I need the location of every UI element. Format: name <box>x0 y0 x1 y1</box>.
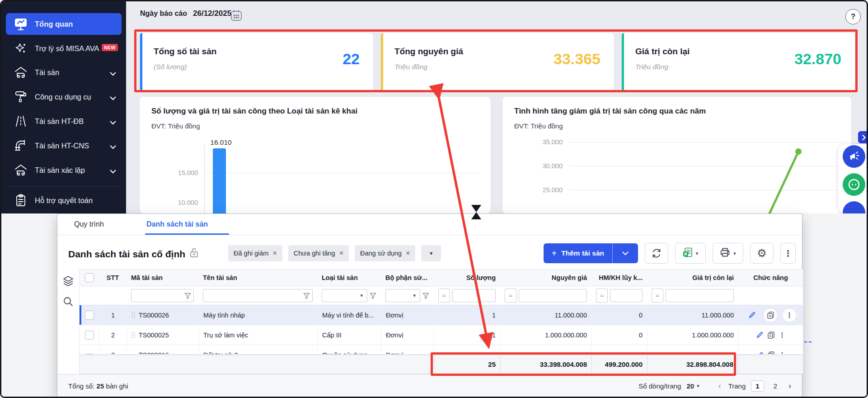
help-button[interactable]: ? <box>845 9 861 24</box>
sidebar-item-cong-cu[interactable]: Công cụ dụng cụ <box>1 86 126 108</box>
caret-down-icon: ▾ <box>697 383 699 389</box>
sparkle-icon <box>13 42 28 55</box>
col-header-code[interactable]: Mã tài sản <box>127 270 198 286</box>
sidebar-item-xac-lap[interactable]: Tài sản xác lập <box>1 159 126 181</box>
chat-button[interactable] <box>843 173 865 196</box>
col-header-remain[interactable]: Giá trị còn lại <box>647 270 738 286</box>
col-header-dept[interactable]: Bộ phận sử... <box>381 270 434 286</box>
filter-operator-dep[interactable]: = <box>596 289 608 303</box>
search-icon[interactable] <box>63 296 74 309</box>
drag-handle-icon[interactable] <box>131 312 135 318</box>
col-header-cost[interactable]: Nguyên giá <box>500 270 591 286</box>
page-1-button[interactable]: 1 <box>751 380 764 392</box>
sidebar-item-ht-db[interactable]: Tài sản HT-ĐB <box>1 110 126 132</box>
cell-code: TS000016 <box>127 345 198 355</box>
filter-input-cost[interactable] <box>519 289 587 302</box>
add-asset-button[interactable]: + Thêm tài sản <box>544 243 638 263</box>
table-side-toolbar <box>57 269 80 374</box>
filter-input-qty[interactable] <box>452 289 496 302</box>
cell-dep: 0 <box>591 305 647 325</box>
drag-handle-icon[interactable] <box>131 332 135 338</box>
cell-name: Trụ sở làm việc <box>198 325 317 345</box>
funnel-icon <box>303 293 310 299</box>
chip-label: Đã ghi giảm <box>234 250 268 257</box>
chip-chua-ghi-tang[interactable]: Chưa ghi tăng × <box>288 245 349 261</box>
megaphone-button[interactable] <box>843 145 865 168</box>
table-row[interactable]: 2 TS000025 Trụ sở làm việc Cấp III Đơnvị… <box>80 325 803 345</box>
sidebar-item-tai-san[interactable]: Tài sản <box>1 62 126 83</box>
edit-button[interactable] <box>745 308 759 322</box>
close-icon[interactable]: × <box>406 249 410 257</box>
filter-input-code[interactable] <box>131 289 194 302</box>
table-footer: Tổng số: 25 bản ghi Số dòng/trang 20 ▾ ‹… <box>57 374 802 398</box>
refresh-button[interactable] <box>645 243 668 264</box>
copy-icon[interactable] <box>768 351 774 355</box>
pipe-icon <box>13 139 28 152</box>
layers-icon[interactable] <box>63 275 74 289</box>
close-icon[interactable]: × <box>339 249 343 257</box>
kebab-icon: ⋮ <box>784 248 793 259</box>
checkbox[interactable] <box>85 273 94 282</box>
sidebar-item-misa-ava[interactable]: Trợ lý số MISA AVA NEW <box>1 38 126 59</box>
cell-type: Máy vi tính để b... <box>317 305 381 325</box>
tab-danh-sach-tai-san[interactable]: Danh sách tài sản <box>146 214 208 235</box>
filter-input-dep[interactable] <box>610 289 643 302</box>
page-next-button[interactable]: › <box>787 381 793 391</box>
row-checkbox[interactable] <box>85 331 94 340</box>
row-checkbox[interactable] <box>85 311 94 320</box>
rows-per-page-select[interactable]: 20 ▾ <box>686 382 699 390</box>
kebab-icon[interactable]: ⋮ <box>779 331 786 339</box>
screenshot-root: Tổng quan Trợ lý số MISA AVA NEW Tài sản… <box>0 0 868 398</box>
filter-select-type[interactable]: ▾ <box>322 289 367 302</box>
sidebar-item-tong-quan[interactable]: Tổng quan <box>6 13 122 35</box>
col-header-dep[interactable]: HM/KH lũy k... <box>591 270 647 286</box>
close-icon[interactable]: × <box>272 249 277 257</box>
duplicate-button[interactable] <box>763 308 778 322</box>
funnel-icon[interactable] <box>370 293 376 299</box>
chips-dropdown-button[interactable]: ▾ <box>421 245 441 261</box>
funnel-icon[interactable] <box>422 293 429 299</box>
row-more-button[interactable]: ⋮ <box>782 308 797 322</box>
pencil-icon[interactable] <box>756 332 763 338</box>
asset-icon <box>13 164 28 176</box>
cell-remain: 11.000.000 <box>647 305 738 325</box>
filter-select-dept[interactable]: ▾ <box>385 289 420 302</box>
col-header-qty[interactable]: Số lượng <box>434 270 500 286</box>
settings-button[interactable]: ⚙ <box>750 243 774 264</box>
filter-operator-qty[interactable]: = <box>438 289 450 303</box>
chart-title: Số lượng và giá trị tài sản công theo Lo… <box>151 107 357 116</box>
select-all-checkbox[interactable] <box>80 270 99 286</box>
col-header-type[interactable]: Loại tài sản <box>317 270 381 286</box>
sidebar-item-ht-cns[interactable]: Tài sản HT-CNS <box>1 135 126 156</box>
table-row[interactable]: 1 TS000026 Máy tính nháp Máy vi tính để … <box>80 305 803 325</box>
filter-operator-cost[interactable]: = <box>505 289 516 303</box>
calendar-icon[interactable] <box>230 9 243 24</box>
add-asset-dropdown[interactable] <box>612 243 638 263</box>
filter-input-remain[interactable] <box>666 289 734 302</box>
print-button[interactable]: ▾ <box>713 243 743 264</box>
copy-icon <box>767 312 774 319</box>
collapse-panel-tab[interactable] <box>858 131 868 143</box>
export-excel-button[interactable]: ▾ <box>675 243 706 264</box>
filter-operator-remain[interactable]: = <box>652 289 663 303</box>
col-header-name[interactable]: Tên tài sản <box>198 270 317 286</box>
sidebar-item-label: Tài sản HT-ĐB <box>35 117 84 126</box>
sidebar-item-quyet-toan[interactable]: Hỗ trợ quyết toán <box>1 190 126 211</box>
chip-dang-su-dung[interactable]: Đang sử dụng × <box>355 245 415 261</box>
chevron-down-icon <box>110 167 116 175</box>
y-axis <box>204 145 205 213</box>
kebab-icon[interactable]: ⋮ <box>779 351 786 355</box>
col-header-actions[interactable]: Chức năng <box>738 270 803 286</box>
col-header-stt[interactable]: STT <box>99 270 127 286</box>
page-2-button[interactable]: 2 <box>769 381 781 391</box>
unlock-icon[interactable] <box>190 247 198 261</box>
copy-icon[interactable] <box>768 332 774 339</box>
tab-quy-trinh[interactable]: Quy trình <box>74 214 104 235</box>
report-date-value[interactable]: 26/12/2025 <box>193 9 231 18</box>
more-options-button[interactable]: ⋮ <box>780 243 796 264</box>
road-icon <box>13 115 28 128</box>
rows-per-page-label: Số dòng/trang <box>638 382 681 390</box>
page-prev-button[interactable]: ‹ <box>717 381 723 391</box>
chip-da-ghi-giam[interactable]: Đã ghi giảm × <box>228 245 282 261</box>
filter-input-name[interactable] <box>203 289 313 302</box>
